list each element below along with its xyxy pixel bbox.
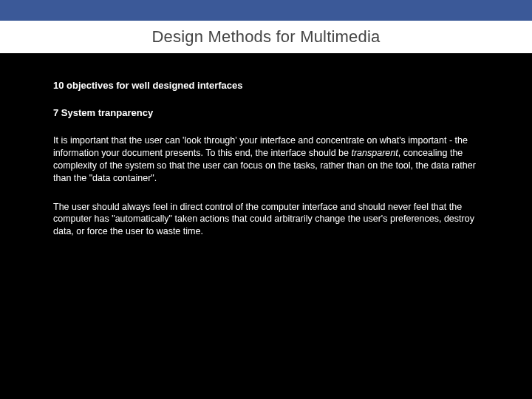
page-title: Design Methods for Multimedia <box>151 27 380 47</box>
title-bar: Design Methods for Multimedia <box>0 21 532 53</box>
content-area: 10 objectives for well designed interfac… <box>0 53 532 238</box>
paragraph-2: The user should always feel in direct co… <box>53 201 479 239</box>
para1-emphasis: transparent <box>351 148 398 158</box>
subtitle: 10 objectives for well designed interfac… <box>53 80 479 91</box>
top-accent-bar <box>0 0 532 21</box>
section-heading: 7 System tranparency <box>53 107 479 118</box>
paragraph-1: It is important that the user can 'look … <box>53 134 479 185</box>
